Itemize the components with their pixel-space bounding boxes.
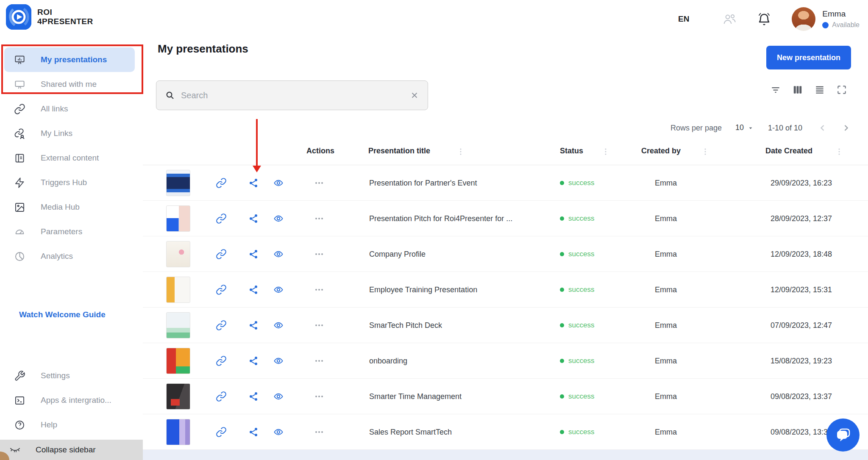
grid-view-icon[interactable]: [792, 84, 804, 96]
row-menu-icon[interactable]: [311, 379, 328, 414]
column-menu-icon[interactable]: [601, 146, 611, 158]
preview-eye-icon[interactable]: [270, 343, 287, 379]
search-input[interactable]: [181, 91, 410, 100]
preview-eye-icon[interactable]: [270, 414, 287, 450]
presentation-title[interactable]: Smarter Time Management: [369, 379, 462, 414]
copy-link-icon[interactable]: [213, 308, 230, 343]
sidebar-item-settings[interactable]: Settings: [4, 363, 135, 388]
chat-button[interactable]: [826, 418, 860, 452]
row-menu-icon[interactable]: [311, 308, 328, 343]
search-clear-icon[interactable]: [410, 91, 419, 100]
presentation-title[interactable]: onboarding: [369, 343, 407, 379]
presentation-thumbnail[interactable]: [166, 170, 190, 196]
notifications-bell-icon[interactable]: [757, 12, 771, 26]
previous-page-button[interactable]: [817, 122, 829, 134]
row-menu-icon[interactable]: [311, 272, 328, 308]
created-by: Emma: [655, 236, 677, 272]
presentation-thumbnail[interactable]: [166, 312, 190, 338]
sidebar-item-label: Parameters: [41, 227, 82, 236]
preview-eye-icon[interactable]: [270, 379, 287, 414]
share-icon[interactable]: [245, 414, 262, 450]
created-by: Emma: [655, 272, 677, 308]
sidebar-item-media-hub[interactable]: Media Hub: [4, 195, 135, 219]
column-header-status[interactable]: Status: [560, 147, 583, 155]
presentation-thumbnail[interactable]: [166, 205, 190, 232]
lightning-icon: [14, 177, 25, 188]
column-menu-icon[interactable]: [834, 146, 844, 158]
preview-eye-icon[interactable]: [270, 165, 287, 201]
row-menu-icon[interactable]: [311, 343, 328, 379]
copy-link-icon[interactable]: [213, 343, 230, 379]
preview-eye-icon[interactable]: [270, 201, 287, 236]
presentation-title[interactable]: Sales Report SmartTech: [369, 414, 452, 450]
collapse-sidebar-button[interactable]: Collapse sidebar: [0, 440, 143, 460]
share-icon[interactable]: [245, 236, 262, 272]
sidebar-item-my-links[interactable]: My Links: [4, 121, 135, 146]
presentation-thumbnail[interactable]: [166, 348, 190, 374]
list-view-icon[interactable]: [814, 84, 826, 96]
watch-welcome-guide-link[interactable]: Watch Welcome Guide: [19, 310, 106, 319]
date-created: 15/08/2023, 19:23: [771, 343, 832, 379]
sidebar-item-help[interactable]: Help: [4, 413, 135, 437]
column-header-actions[interactable]: Actions: [304, 147, 337, 155]
preview-eye-icon[interactable]: [270, 308, 287, 343]
next-page-button[interactable]: [840, 122, 852, 134]
language-selector[interactable]: EN: [678, 14, 689, 24]
table-row: Presentation Pitch for Roi4Presenter for…: [143, 201, 868, 236]
sidebar-item-my-presentations[interactable]: My presentations: [4, 47, 135, 72]
copy-link-icon[interactable]: [213, 414, 230, 450]
share-icon[interactable]: [245, 201, 262, 236]
row-menu-icon[interactable]: [311, 414, 328, 450]
row-menu-icon[interactable]: [311, 165, 328, 201]
presentation-title[interactable]: Presentation for Partner's Event: [369, 165, 477, 201]
share-icon[interactable]: [245, 272, 262, 308]
date-created: 09/08/2023, 13:35: [771, 414, 832, 450]
brand-logo[interactable]: ROI 4PRESENTER: [6, 4, 93, 30]
column-header-created-by[interactable]: Created by: [641, 147, 681, 155]
share-icon[interactable]: [245, 308, 262, 343]
presentation-title[interactable]: Presentation Pitch for Roi4Presenter for…: [369, 201, 512, 236]
brand-name: ROI 4PRESENTER: [37, 8, 93, 26]
copy-link-icon[interactable]: [213, 379, 230, 414]
presentation-thumbnail[interactable]: [166, 419, 190, 445]
team-users-icon[interactable]: [722, 13, 737, 25]
row-menu-icon[interactable]: [311, 236, 328, 272]
presentation-title[interactable]: Employee Training Presentation: [369, 272, 477, 308]
search-bar: [156, 80, 428, 110]
sidebar-item-shared-with-me[interactable]: Shared with me: [4, 72, 135, 97]
sidebar-item-analytics[interactable]: Analytics: [4, 244, 135, 269]
rows-per-page-label: Rows per page: [670, 124, 722, 133]
new-presentation-button[interactable]: New presentation: [766, 46, 851, 69]
copy-link-icon[interactable]: [213, 236, 230, 272]
user-availability[interactable]: Available: [822, 21, 860, 29]
fullscreen-icon[interactable]: [836, 84, 848, 96]
column-header-presentation-title[interactable]: Presentation title: [368, 147, 430, 155]
sidebar-item-all-links[interactable]: All links: [4, 97, 135, 121]
sidebar-item-label: Settings: [41, 371, 70, 380]
sidebar-item-external-content[interactable]: External content: [4, 146, 135, 170]
copy-link-icon[interactable]: [213, 201, 230, 236]
copy-link-icon[interactable]: [213, 272, 230, 308]
presentation-thumbnail[interactable]: [166, 241, 190, 267]
presentation-thumbnail[interactable]: [166, 383, 190, 410]
presentation-title[interactable]: Company Profile: [369, 236, 426, 272]
share-icon[interactable]: [245, 379, 262, 414]
column-menu-icon[interactable]: [456, 146, 466, 158]
column-menu-icon[interactable]: [700, 146, 710, 158]
row-menu-icon[interactable]: [311, 201, 328, 236]
share-icon[interactable]: [245, 165, 262, 201]
filter-icon[interactable]: [770, 84, 782, 96]
date-created: 12/09/2023, 15:31: [771, 272, 832, 308]
column-header-date-created[interactable]: Date Created: [765, 147, 812, 155]
user-avatar[interactable]: [792, 7, 815, 31]
sidebar-item-triggers-hub[interactable]: Triggers Hub: [4, 170, 135, 195]
sidebar-item-parameters[interactable]: Parameters: [4, 219, 135, 244]
presentation-thumbnail[interactable]: [166, 277, 190, 303]
copy-link-icon[interactable]: [213, 165, 230, 201]
share-icon[interactable]: [245, 343, 262, 379]
rows-per-page-select[interactable]: 10: [735, 123, 754, 132]
preview-eye-icon[interactable]: [270, 236, 287, 272]
presentation-title[interactable]: SmarTech Pitch Deck: [369, 308, 442, 343]
sidebar-item-apps-integrations[interactable]: Apps & intergratio...: [4, 388, 135, 413]
preview-eye-icon[interactable]: [270, 272, 287, 308]
